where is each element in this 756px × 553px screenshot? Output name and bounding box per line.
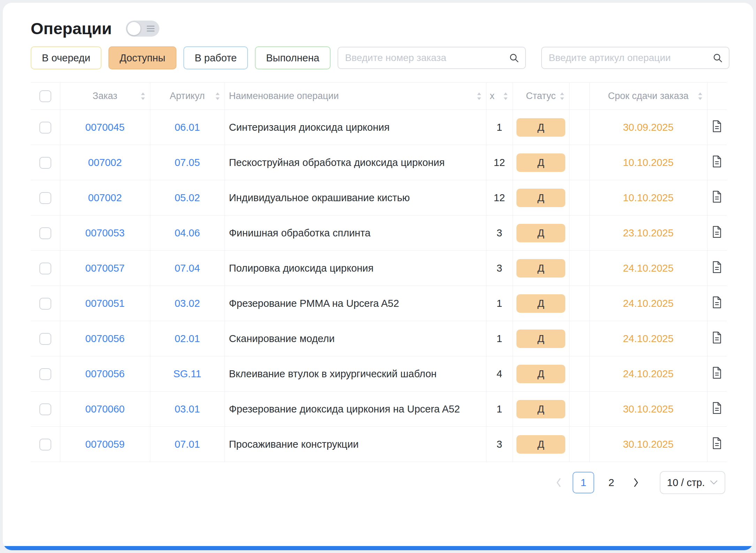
operation-name: Фрезерование PMMA на Upcera A52 [229,298,399,309]
document-icon[interactable] [712,120,722,132]
status-cell: Д [513,321,569,356]
row-checkbox[interactable] [39,298,51,310]
article-cell: SG.11 [150,356,225,392]
select-all-checkbox[interactable] [39,90,51,102]
sort-icon[interactable] [503,92,508,101]
pagination-next-icon[interactable] [628,472,644,493]
document-icon[interactable] [712,402,722,414]
table-row: 0070045 06.01 Синтеризация диоксида цирк… [31,110,727,145]
column-header-operation[interactable]: Наименование операции [225,83,486,110]
page-title: Операции [31,19,112,38]
status-cell: Д [513,180,569,215]
article-link[interactable]: 07.05 [175,157,200,168]
column-label: Срок сдачи заказа [608,91,688,101]
order-cell: 007002 [60,145,150,180]
document-icon[interactable] [712,155,722,168]
article-link[interactable]: 03.01 [175,403,200,415]
row-checkbox[interactable] [39,263,51,274]
article-link[interactable]: 07.04 [175,263,200,274]
due-date-cell: 24.10.2025 [589,321,707,356]
column-header-article[interactable]: Артикул [150,83,225,110]
table-header-row: Заказ Артикул Наименование операции [31,83,727,110]
article-link[interactable]: SG.11 [173,368,201,379]
column-label: x [490,91,495,101]
column-header-due[interactable]: Срок сдачи заказа [589,83,707,110]
search-icon[interactable] [712,52,723,63]
order-link[interactable]: 0070057 [85,263,125,274]
article-cell: 05.02 [150,180,225,215]
operation-cell: Синтеризация диоксида циркония [225,110,486,145]
article-link[interactable]: 06.01 [175,122,200,133]
filter-inwork-button[interactable]: В работе [183,46,248,69]
doc-cell [707,356,727,392]
page-size-select[interactable]: 10 / стр. [660,471,725,494]
order-link[interactable]: 007002 [88,192,122,203]
pagination-page-2[interactable]: 2 [600,472,622,493]
qty-cell: 1 [486,110,513,145]
order-link[interactable]: 0070060 [85,403,125,415]
status-cell: Д [513,251,569,286]
article-cell: 02.01 [150,321,225,356]
order-link[interactable]: 0070056 [85,368,125,379]
row-select-cell [31,180,60,215]
sort-icon[interactable] [476,92,482,101]
document-icon[interactable] [712,331,722,344]
operation-name: Сканирование модели [229,333,335,344]
row-checkbox[interactable] [39,368,51,380]
document-icon[interactable] [712,190,722,203]
row-select-cell [31,392,60,427]
spacer-cell [569,321,589,356]
order-search-input[interactable] [338,52,525,63]
operation-search-input[interactable] [542,52,729,63]
view-mode-toggle[interactable] [126,21,159,37]
operation-name: Индивидуальное окрашивание кистью [229,192,410,203]
quantity-value: 12 [494,157,505,168]
search-icon[interactable] [508,52,520,63]
document-icon[interactable] [712,261,722,273]
table-row: 0070056 02.01 Сканирование модели 1 Д 24… [31,321,727,356]
row-checkbox[interactable] [39,122,51,134]
article-link[interactable]: 05.02 [175,192,200,203]
article-link[interactable]: 07.01 [175,439,200,450]
column-header-status[interactable]: Статус [513,83,569,110]
order-link[interactable]: 0070053 [85,227,125,238]
order-link[interactable]: 0070051 [85,298,125,309]
column-header-qty[interactable]: x [486,83,513,110]
order-link[interactable]: 0070059 [85,439,125,450]
table-row: 0070059 07.01 Просаживание конструкции 3… [31,427,727,462]
row-checkbox[interactable] [39,333,51,345]
due-date-cell: 30.09.2025 [589,110,707,145]
row-checkbox[interactable] [39,439,51,450]
article-link[interactable]: 03.02 [175,298,200,309]
column-header-order[interactable]: Заказ [60,83,150,110]
sort-icon[interactable] [140,92,146,101]
row-checkbox[interactable] [39,227,51,239]
row-select-cell [31,427,60,462]
document-icon[interactable] [712,366,722,379]
article-link[interactable]: 04.06 [175,227,200,238]
operations-table: Заказ Артикул Наименование операции [31,82,727,462]
operation-cell: Фрезерование PMMA на Upcera A52 [225,286,486,321]
order-link[interactable]: 0070045 [85,122,125,133]
filter-queued-button[interactable]: В очереди [31,46,101,69]
order-link[interactable]: 007002 [88,157,122,168]
sort-icon[interactable] [215,92,220,101]
document-icon[interactable] [712,296,722,309]
article-link[interactable]: 02.01 [175,333,200,344]
document-icon[interactable] [712,226,722,238]
row-checkbox[interactable] [39,192,51,204]
sort-icon[interactable] [697,92,703,101]
sort-icon[interactable] [559,92,565,101]
spacer-cell [569,392,589,427]
pagination-prev-icon[interactable] [551,472,566,493]
due-date: 30.10.2025 [623,403,673,415]
row-checkbox[interactable] [39,403,51,415]
filter-done-button[interactable]: Выполнена [255,46,331,69]
row-select-cell [31,356,60,392]
row-checkbox[interactable] [39,157,51,169]
document-icon[interactable] [712,437,722,449]
order-link[interactable]: 0070056 [85,333,125,344]
filter-available-button[interactable]: Доступны [108,46,176,69]
status-cell: Д [513,110,569,145]
pagination-page-1[interactable]: 1 [573,472,594,493]
